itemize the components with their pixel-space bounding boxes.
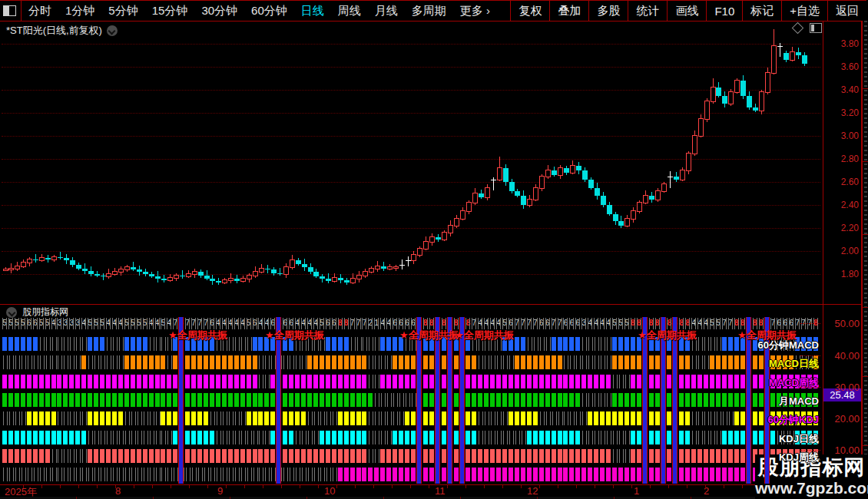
tool-button-复权[interactable]: 复权	[510, 1, 549, 21]
strip-divider	[863, 88, 868, 89]
period-tab-30分钟[interactable]: 30分钟	[194, 4, 244, 18]
digit-cell-frame	[8, 318, 13, 329]
indicator-bar-on	[216, 355, 220, 369]
indicator-bar-on	[490, 375, 495, 388]
candle-up	[472, 193, 478, 203]
indicator-bar-on	[558, 337, 562, 351]
indicator-bar-on	[295, 449, 300, 463]
indicator-bar-on	[527, 411, 532, 425]
period-tab-分时[interactable]: 分时	[22, 4, 58, 18]
candle-up	[655, 190, 661, 200]
period-tab-更多 ›[interactable]: 更多 ›	[453, 4, 497, 18]
indicator-bar-on	[320, 449, 324, 463]
indicator-bar-on	[600, 411, 605, 425]
axis-tick	[318, 485, 319, 488]
indicator-bar-off	[192, 468, 197, 481]
indicator-bar-on	[33, 337, 38, 351]
candlestick-chart[interactable]	[0, 21, 823, 304]
period-tab-月线[interactable]: 月线	[368, 4, 405, 18]
tool-button-+自选[interactable]: +自选	[781, 1, 827, 21]
indicator-bar-off	[704, 411, 709, 425]
vertical-text-strip[interactable]	[862, 21, 868, 499]
indicator-bar-on	[27, 337, 31, 351]
indicator-bar-off	[247, 337, 252, 351]
indicator-bar-on	[161, 375, 165, 388]
tool-button-标记[interactable]: 标记	[742, 1, 781, 21]
indicator-bar-on	[270, 375, 275, 388]
indicator-bar-on	[27, 431, 31, 444]
indicator-bar-on	[697, 375, 702, 388]
indicator-bar-on	[679, 468, 684, 481]
window-toggle-box[interactable]	[0, 1, 22, 21]
price-tick-label: 3.80	[823, 38, 859, 49]
indicator-bar-on	[637, 468, 641, 481]
sidebar-toggle-icon[interactable]	[3, 5, 16, 16]
period-tab-5分钟[interactable]: 5分钟	[101, 4, 144, 18]
indicator-bar-off	[144, 431, 148, 444]
period-tab-多周期[interactable]: 多周期	[405, 4, 453, 18]
candle-up	[356, 275, 362, 280]
tool-button-画线[interactable]: 画线	[667, 1, 706, 21]
digit-cell-frame	[667, 318, 671, 329]
indicator-bar-off	[156, 337, 161, 351]
indicator-bar-on	[515, 411, 519, 425]
indicator-bar-on	[509, 375, 513, 388]
tool-button-返回[interactable]: 返回	[827, 1, 866, 21]
period-tab-日线[interactable]: 日线	[294, 4, 331, 18]
indicator-bar-off	[387, 355, 392, 369]
digit-cell-frame	[210, 318, 214, 329]
tool-button-叠加[interactable]: 叠加	[549, 1, 588, 21]
indicator-bar-on	[228, 355, 233, 369]
indicator-bar-on	[131, 355, 135, 369]
indicator-bar-on	[722, 355, 727, 369]
indicator-bar-on	[710, 449, 714, 463]
indicator-bar-on	[533, 468, 538, 481]
indicator-bar-on	[161, 393, 165, 407]
indicator-bar-on	[57, 375, 61, 388]
candle-down	[313, 272, 319, 276]
tool-button-统计[interactable]: 统计	[628, 1, 667, 21]
indicator-bar-on	[411, 355, 416, 369]
indicator-bar-on	[39, 431, 44, 444]
indicator-bar-on	[612, 411, 617, 425]
indicator-bar-on	[759, 393, 764, 407]
indicator-bar-on	[2, 393, 7, 407]
indicator-bar-on	[344, 375, 349, 388]
indicator-bar-on	[429, 449, 434, 463]
indicator-bar-on	[558, 431, 562, 444]
period-tab-周线[interactable]: 周线	[331, 4, 368, 18]
digit-cell-frame	[552, 318, 556, 329]
indicator-bar-on	[393, 468, 397, 481]
indicator-bar-on	[173, 393, 177, 407]
indicator-bar-off	[70, 411, 75, 425]
indicator-bar-off	[595, 431, 599, 444]
digit-cell-frame	[649, 318, 654, 329]
indicator-bar-on	[667, 355, 671, 369]
tool-button-多股[interactable]: 多股	[588, 1, 628, 21]
period-tab-15分钟[interactable]: 15分钟	[145, 4, 195, 18]
price-tick-label: 3.20	[823, 107, 859, 118]
digit-cell-frame	[204, 318, 208, 329]
indicator-bar-off	[82, 468, 87, 481]
candle-down	[137, 269, 142, 272]
tool-button-F10[interactable]: F10	[706, 1, 742, 21]
indicator-bar-on	[283, 393, 287, 407]
period-tab-60分钟[interactable]: 60分钟	[244, 4, 294, 18]
axis-tick	[705, 485, 706, 488]
indicator-bar-on	[515, 393, 519, 407]
indicator-bar-off	[570, 411, 575, 425]
indicator-bar-on	[332, 337, 336, 351]
digit-cell-frame	[558, 318, 562, 329]
indicator-bar-off	[283, 355, 288, 369]
indicator-bar-on	[69, 375, 74, 388]
period-tab-1分钟[interactable]: 1分钟	[58, 4, 101, 18]
indicator-bar-off	[369, 431, 373, 444]
candle-up	[692, 135, 697, 154]
indicator-bar-on	[552, 375, 556, 388]
candle-up	[222, 279, 227, 283]
candle-up	[423, 241, 429, 250]
indicator-bar-on	[545, 355, 550, 369]
indicator-bar-on	[454, 468, 459, 481]
indicator-bar-on	[204, 449, 208, 463]
indicator-bar-on	[216, 393, 220, 407]
